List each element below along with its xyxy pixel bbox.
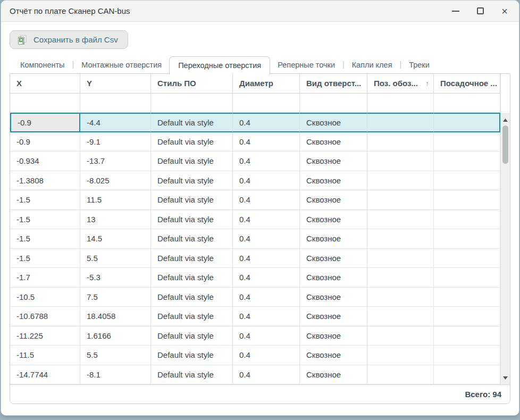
table-cell[interactable] (434, 190, 500, 210)
table-row[interactable]: -10.57.5Default via style0.4Сквозное (10, 288, 500, 307)
table-cell[interactable]: Default via style (151, 288, 233, 307)
table-cell[interactable]: Default via style (151, 113, 233, 132)
table-cell[interactable]: 0.4 (233, 152, 300, 171)
table-cell[interactable]: 0.4 (233, 249, 300, 268)
table-cell[interactable]: 7.5 (80, 288, 151, 307)
table-cell[interactable]: -8.1 (80, 365, 151, 385)
table-cell[interactable]: Сквозное (300, 249, 367, 268)
table-cell[interactable] (434, 229, 500, 249)
table-cell[interactable]: 11.5 (80, 190, 151, 210)
table-cell[interactable]: 1.6166 (80, 326, 151, 346)
filter-cell[interactable] (80, 94, 151, 113)
scrollbar-track[interactable] (501, 114, 510, 384)
table-cell[interactable] (367, 113, 434, 132)
table-cell[interactable]: -1.7 (10, 268, 80, 288)
table-row[interactable]: -10.678818.4058Default via style0.4Сквоз… (10, 307, 500, 326)
table-cell[interactable]: -13.7 (80, 152, 151, 171)
table-cell[interactable]: -1.5 (10, 229, 80, 249)
scroll-up-arrow[interactable] (501, 116, 510, 124)
table-row[interactable]: -0.9-9.1Default via style0.4Сквозное (10, 132, 500, 152)
tab-2[interactable]: Монтажные отверстия (74, 56, 169, 73)
scroll-down-arrow[interactable] (501, 374, 510, 382)
table-cell[interactable]: 0.4 (233, 190, 300, 210)
table-cell[interactable]: 14.5 (80, 229, 151, 249)
table-cell[interactable] (434, 210, 500, 230)
table-cell[interactable] (434, 326, 500, 346)
table-cell[interactable] (434, 132, 500, 152)
table-row[interactable]: -14.7744-8.1Default via style0.4Сквозное (10, 365, 500, 385)
table-row[interactable]: -11.2251.6166Default via style0.4Сквозно… (10, 326, 500, 346)
table-cell[interactable]: -1.5 (10, 249, 80, 268)
tab-5[interactable]: Капли клея (345, 56, 400, 73)
table-cell[interactable]: 13 (80, 210, 151, 230)
close-button[interactable]: × (500, 6, 509, 16)
table-cell[interactable]: -10.5 (10, 288, 80, 307)
filter-cell[interactable] (367, 94, 434, 113)
table-cell[interactable]: Default via style (151, 307, 233, 326)
table-row[interactable]: -0.934-13.7Default via style0.4Сквозное (10, 152, 500, 171)
column-header[interactable]: Поз. обоз...↑ (367, 74, 434, 94)
table-cell[interactable] (367, 152, 434, 171)
table-row[interactable]: -11.55.5Default via style0.4Сквозное (10, 346, 500, 365)
table-cell[interactable]: Сквозное (300, 152, 367, 171)
table-cell[interactable] (367, 249, 434, 268)
table-cell[interactable]: Сквозное (300, 346, 367, 365)
table-cell[interactable] (367, 171, 434, 191)
table-cell[interactable] (367, 346, 434, 365)
table-cell[interactable]: 0.4 (233, 365, 300, 385)
table-cell[interactable] (434, 152, 500, 171)
table-row[interactable]: -1.7-5.3Default via style0.4Сквозное (10, 268, 500, 288)
column-header[interactable]: X (10, 74, 80, 94)
table-cell[interactable]: -0.9 (10, 132, 80, 152)
table-cell[interactable] (367, 326, 434, 346)
table-row[interactable]: -1.514.5Default via style0.4Сквозное (10, 229, 500, 249)
table-cell[interactable]: Сквозное (300, 326, 367, 346)
tab-4[interactable]: Реперные точки (270, 56, 342, 73)
table-cell[interactable]: -0.9 (10, 113, 80, 132)
column-header[interactable]: Посадочное ... (434, 74, 500, 94)
table-cell[interactable]: -11.225 (10, 326, 80, 346)
tab-3[interactable]: Переходные отверстия (169, 56, 270, 74)
table-cell[interactable]: 5.5 (80, 249, 151, 268)
table-cell[interactable]: Сквозное (300, 268, 367, 288)
table-cell[interactable]: -1.3808 (10, 171, 80, 191)
table-cell[interactable]: -5.3 (80, 268, 151, 288)
table-cell[interactable] (434, 113, 500, 132)
table-cell[interactable] (434, 288, 500, 307)
column-header[interactable]: Вид отверст... (300, 74, 367, 94)
table-cell[interactable]: 0.4 (233, 326, 300, 346)
table-cell[interactable] (434, 365, 500, 385)
table-cell[interactable]: 0.4 (233, 346, 300, 365)
table-cell[interactable] (434, 249, 500, 268)
table-cell[interactable]: -8.025 (80, 171, 151, 191)
table-cell[interactable]: 0.4 (233, 132, 300, 152)
table-cell[interactable] (367, 229, 434, 249)
table-cell[interactable]: 18.4058 (80, 307, 151, 326)
tab-1[interactable]: Компоненты (13, 56, 72, 73)
table-cell[interactable]: 0.4 (233, 229, 300, 249)
table-cell[interactable]: Default via style (151, 132, 233, 152)
column-header[interactable]: Y (80, 74, 151, 94)
table-cell[interactable]: Сквозное (300, 210, 367, 230)
filter-cell[interactable] (300, 94, 367, 113)
table-cell[interactable]: Default via style (151, 190, 233, 210)
table-row[interactable]: -1.511.5Default via style0.4Сквозное (10, 190, 500, 210)
table-cell[interactable]: Default via style (151, 346, 233, 365)
table-cell[interactable]: Сквозное (300, 288, 367, 307)
table-cell[interactable]: 5.5 (80, 346, 151, 365)
filter-cell[interactable] (10, 94, 80, 113)
column-header[interactable]: Диаметр (233, 74, 300, 94)
table-row[interactable]: -1.3808-8.025Default via style0.4Сквозно… (10, 171, 500, 191)
table-cell[interactable]: Default via style (151, 210, 233, 230)
column-header[interactable]: Стиль ПО (151, 74, 233, 94)
table-cell[interactable] (367, 365, 434, 385)
table-cell[interactable] (367, 132, 434, 152)
table-cell[interactable]: -9.1 (80, 132, 151, 152)
table-cell[interactable]: -1.5 (10, 190, 80, 210)
table-cell[interactable] (434, 307, 500, 326)
table-row[interactable]: -1.55.5Default via style0.4Сквозное (10, 249, 500, 268)
table-cell[interactable]: Сквозное (300, 229, 367, 249)
table-cell[interactable]: 0.4 (233, 113, 300, 132)
table-cell[interactable]: Сквозное (300, 171, 367, 191)
filter-cell[interactable] (434, 94, 500, 113)
